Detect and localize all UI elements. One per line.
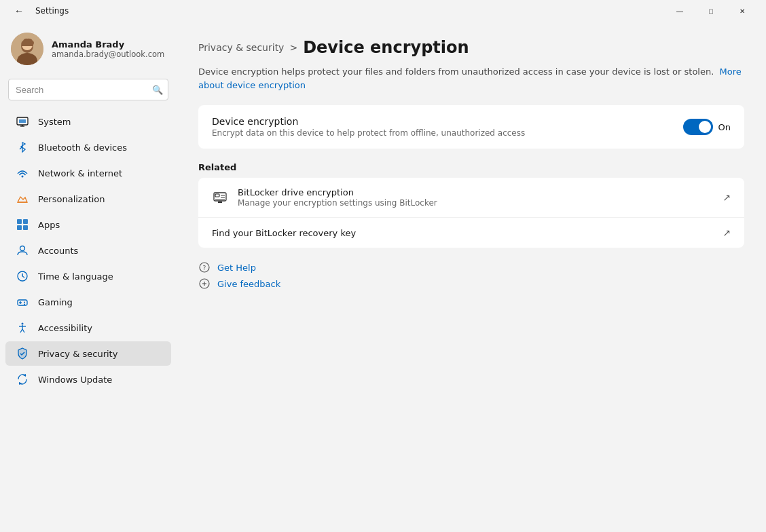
svg-line-28 [22,329,24,332]
nav-item-bluetooth[interactable]: Bluetooth & devices [5,135,171,159]
back-button[interactable]: ← [8,0,30,22]
device-encryption-card: Device encryption Encrypt data on this d… [198,105,744,149]
svg-point-15 [20,246,25,251]
main-content: Privacy & security > Device encryption D… [177,22,766,532]
title-bar-left: ← Settings [8,0,69,22]
help-section: ? Get Help Give feedback [198,261,744,290]
apps-icon [16,218,29,231]
breadcrumb-parent: Privacy & security [198,42,284,53]
nav-label-apps: Apps [38,220,60,230]
bitlocker-title: BitLocker drive encryption [238,187,437,197]
personalization-icon [16,193,29,205]
device-encryption-title: Device encryption [212,116,525,127]
nav-label-personalization: Personalization [38,194,105,204]
window-controls: — □ ✕ [664,0,758,22]
svg-rect-14 [23,225,28,230]
bitlocker-icon [212,189,228,206]
svg-line-18 [22,276,24,278]
nav-item-update[interactable]: Windows Update [5,367,171,392]
nav-label-accessibility: Accessibility [38,323,92,333]
get-help-icon: ? [198,261,211,273]
nav-item-network[interactable]: Network & internet [5,161,171,185]
get-help-label: Get Help [217,263,256,273]
nav-item-gaming[interactable]: Gaming [5,290,171,314]
nav-label-system: System [38,117,71,127]
privacy-icon [16,347,29,360]
recovery-key-item-left: Find your BitLocker recovery key [212,228,356,238]
search-input[interactable] [8,79,168,100]
accounts-icon [16,244,29,256]
nav-item-time[interactable]: Time & language [5,264,171,288]
bitlocker-info: BitLocker drive encryption Manage your e… [238,187,437,208]
page-description: Device encryption helps protect your fil… [198,65,744,92]
window-title: Settings [35,6,69,16]
recovery-key-title: Find your BitLocker recovery key [212,228,356,238]
breadcrumb-current: Device encryption [303,38,469,57]
bitlocker-item-left: BitLocker drive encryption Manage your e… [212,187,437,208]
give-feedback-label: Give feedback [217,279,280,289]
user-email: amanda.brady@outlook.com [52,50,164,59]
recovery-key-external-icon: ↗ [723,227,731,238]
bluetooth-icon [16,141,29,153]
svg-rect-13 [17,225,22,230]
device-encryption-row: Device encryption Encrypt data on this d… [212,116,731,138]
title-bar: ← Settings — □ ✕ [0,0,766,22]
network-icon [16,167,29,179]
nav-label-accounts: Accounts [38,246,78,256]
svg-point-23 [24,304,25,305]
accessibility-icon [16,322,29,334]
sidebar: Amanda Brady amanda.brady@outlook.com 🔍 … [0,22,177,532]
nav-item-system[interactable]: System [5,109,171,134]
recovery-key-item[interactable]: Find your BitLocker recovery key ↗ [198,218,744,248]
nav-label-privacy: Privacy & security [38,349,117,359]
svg-rect-36 [218,202,222,203]
toggle-label: On [718,122,731,132]
get-help-link[interactable]: ? Get Help [198,261,744,273]
user-name: Amanda Brady [52,39,164,50]
device-encryption-info: Device encryption Encrypt data on this d… [212,116,525,138]
give-feedback-icon [198,278,211,290]
bitlocker-desc: Manage your encryption settings using Bi… [238,198,437,208]
svg-text:?: ? [203,265,206,271]
svg-rect-11 [17,219,22,224]
related-section-title: Related [198,162,744,172]
app-container: Amanda Brady amanda.brady@outlook.com 🔍 … [0,22,766,532]
breadcrumb: Privacy & security > Device encryption [198,38,744,57]
svg-rect-7 [19,119,26,123]
device-encryption-desc: Encrypt data on this device to help prot… [212,128,525,138]
svg-point-24 [22,323,24,325]
related-card: BitLocker drive encryption Manage your e… [198,178,744,248]
device-encryption-toggle[interactable] [683,119,713,135]
svg-rect-32 [215,194,219,197]
search-icon: 🔍 [152,85,163,95]
svg-rect-12 [23,219,28,224]
nav-label-gaming: Gaming [38,297,73,307]
nav-item-privacy[interactable]: Privacy & security [5,341,171,366]
bitlocker-external-icon: ↗ [723,192,731,203]
close-button[interactable]: ✕ [727,0,758,22]
nav-item-accessibility[interactable]: Accessibility [5,316,171,340]
nav-item-personalization[interactable]: Personalization [5,187,171,211]
svg-point-9 [22,176,24,178]
system-icon [16,115,29,128]
recovery-key-info: Find your BitLocker recovery key [212,228,356,238]
gaming-icon [16,296,29,308]
user-info: Amanda Brady amanda.brady@outlook.com [52,39,164,59]
minimize-button[interactable]: — [664,0,695,22]
nav-label-network: Network & internet [38,168,122,178]
toggle-track [683,119,713,135]
toggle-wrap: On [683,119,731,135]
svg-line-27 [20,329,22,332]
bitlocker-item[interactable]: BitLocker drive encryption Manage your e… [198,178,744,218]
time-icon [16,270,29,282]
avatar [11,33,43,65]
search-box: 🔍 [8,79,168,100]
nav-label-update: Windows Update [38,375,112,385]
nav-item-accounts[interactable]: Accounts [5,238,171,263]
give-feedback-link[interactable]: Give feedback [198,278,744,290]
svg-point-22 [24,302,25,303]
maximize-button[interactable]: □ [695,0,727,22]
user-profile[interactable]: Amanda Brady amanda.brady@outlook.com [0,22,177,79]
nav-item-apps[interactable]: Apps [5,212,171,237]
nav-label-time: Time & language [38,271,113,282]
